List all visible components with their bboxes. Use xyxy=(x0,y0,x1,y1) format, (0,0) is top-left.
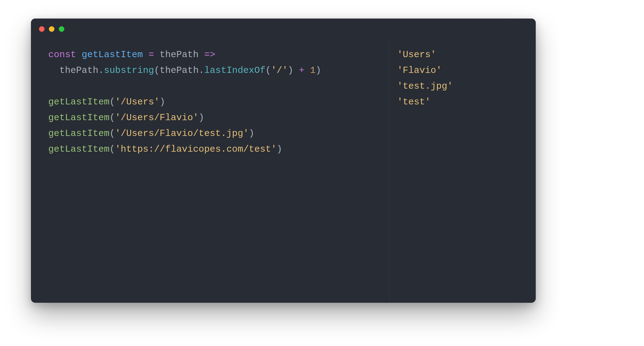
code-line-7: getLastItem('https://flavicopes.com/test… xyxy=(48,144,282,154)
output-line-2: 'Flavio' xyxy=(397,65,442,76)
code-line-5: getLastItem('/Users/Flavio') xyxy=(48,112,204,123)
output-pane: 'Users' 'Flavio' 'test.jpg' 'test' xyxy=(390,40,536,303)
zoom-icon[interactable] xyxy=(59,26,64,32)
call-getlastitem-4: getLastItem xyxy=(48,144,109,154)
method-lastindexof: lastIndexOf xyxy=(204,65,265,76)
code-line-1: const getLastItem = thePath => xyxy=(48,49,215,60)
code-line-2: thePath.substring(thePath.lastIndexOf('/… xyxy=(48,65,321,76)
call-getlastitem-3: getLastItem xyxy=(48,128,109,139)
arg-1: '/Users' xyxy=(115,97,160,107)
output-line-1: 'Users' xyxy=(397,49,436,60)
number-one: 1 xyxy=(310,65,316,76)
code-line-4: getLastItem('/Users') xyxy=(48,97,165,107)
arg-4: 'https://flavicopes.com/test' xyxy=(115,144,277,154)
code-pane: const getLastItem = thePath => thePath.s… xyxy=(31,40,390,303)
operator-plus: + xyxy=(299,65,304,76)
method-substring: substring xyxy=(104,65,154,76)
window-titlebar xyxy=(31,19,536,40)
minimize-icon[interactable] xyxy=(49,26,54,32)
output-line-4: 'test' xyxy=(397,97,431,107)
code-window: const getLastItem = thePath => thePath.s… xyxy=(31,19,536,303)
output-line-3: 'test.jpg' xyxy=(397,81,453,91)
arg-2: '/Users/Flavio' xyxy=(115,112,199,123)
close-icon[interactable] xyxy=(39,26,45,32)
arg-3: '/Users/Flavio/test.jpg' xyxy=(115,128,249,139)
call-getlastitem-1: getLastItem xyxy=(48,97,109,107)
arrow-token: => xyxy=(199,49,215,60)
param-thepath: thePath xyxy=(160,49,199,60)
string-slash: '/' xyxy=(271,65,288,76)
window-body: const getLastItem = thePath => thePath.s… xyxy=(31,40,536,303)
keyword-const: const xyxy=(48,49,76,60)
declared-name: getLastItem xyxy=(82,49,143,60)
code-line-6: getLastItem('/Users/Flavio/test.jpg') xyxy=(48,128,254,139)
call-getlastitem-2: getLastItem xyxy=(48,112,109,123)
